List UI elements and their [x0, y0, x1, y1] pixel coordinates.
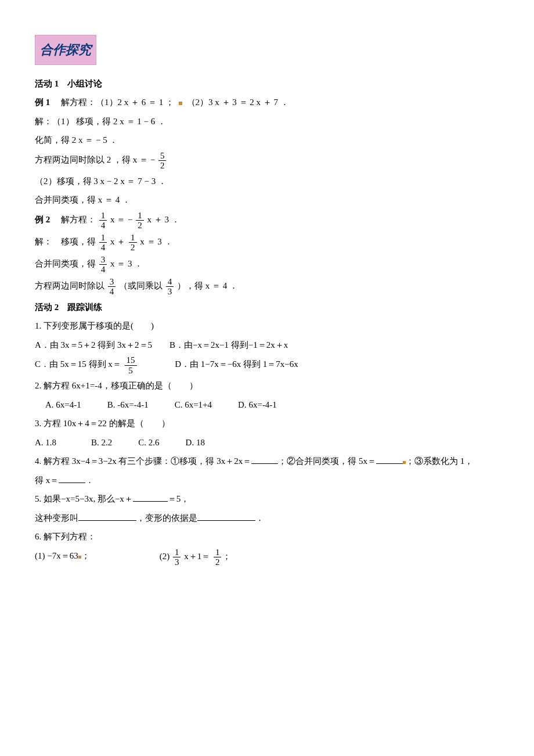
denominator: 2 [129, 243, 137, 253]
text: ），得 x ＝ 4 ． [177, 281, 238, 290]
fraction: 1 4 [99, 211, 107, 231]
fraction: 1 2 [214, 548, 222, 567]
solution-1-line-3: 方程两边同时除以 2 ，得 x ＝ − 5 2 [35, 151, 499, 171]
numerator: 1 [129, 233, 137, 243]
text: 解方程： [52, 215, 96, 224]
text: ；③系数化为 1， [406, 456, 473, 466]
fill-blank[interactable] [133, 492, 168, 502]
numerator: 3 [99, 255, 107, 265]
question-6-2: (2) 1 3 x＋1＝ 1 2 ； [160, 548, 232, 567]
fraction: 1 3 [173, 548, 181, 567]
solution-1-line-4: （2）移项，得 3 x − 2 x ＝ 7 − 3 ． [35, 173, 499, 190]
example-1-part2: （2）3 x ＋ 3 ＝ 2 x ＋ 7 ． [187, 98, 289, 107]
activity-2-title: 活动 2 跟踪训练 [35, 299, 499, 316]
example-1-text: 解方程：（1）2 x ＋ 6 ＝ 1 ； [52, 98, 174, 107]
fill-blank[interactable] [376, 455, 403, 464]
question-4-cont: 得 x＝． [35, 472, 499, 489]
section-badge: 合作探究 [35, 35, 96, 65]
fraction: 15 5 [125, 355, 137, 375]
denominator: 2 [158, 161, 167, 171]
denominator: 2 [214, 557, 222, 567]
text: ； [222, 552, 231, 561]
text: D．由 1−7x＝−6x 得到 1＝7x−6x [140, 360, 298, 369]
fraction: 5 2 [158, 151, 167, 171]
denominator: 4 [99, 221, 107, 231]
fraction: 1 2 [136, 211, 144, 231]
solution-2-line-2: 合并同类项，得 3 4 x ＝ 3 ． [35, 255, 499, 275]
denominator: 3 [173, 557, 181, 567]
question-2: 2. 解方程 6x+1=-4，移项正确的是（ ） [35, 377, 499, 394]
text: x＋1＝ [184, 552, 210, 561]
text: ． [255, 513, 264, 523]
question-2-options: A. 6x=4-1 B. -6x=-4-1 C. 6x=1+4 D. 6x=-4… [35, 397, 499, 413]
solution-1-line-1: 解：（1） 移项，得 2 x ＝ 1 − 6 ． [35, 113, 499, 130]
numerator: 5 [158, 151, 167, 161]
text: ；②合并同类项，得 5x＝ [278, 456, 376, 466]
solution-1-line-2: 化简，得 2 x ＝ − 5 ． [35, 132, 499, 149]
question-6-1: (1) −7x＝63； [35, 548, 90, 567]
question-1-options-cd: C．由 5x＝15 得到 x＝ 15 5 D．由 1−7x＝−6x 得到 1＝7… [35, 355, 499, 375]
numerator: 1 [136, 211, 144, 221]
text: 得 x＝ [35, 476, 59, 485]
text: 解： 移项，得 [35, 237, 96, 246]
fraction: 3 4 [99, 255, 107, 275]
fill-blank[interactable] [197, 512, 255, 521]
question-5: 5. 如果−x=5−3x, 那么−x＋＝5， [35, 491, 499, 507]
denominator: 4 [108, 287, 116, 297]
fraction: 1 4 [99, 233, 107, 253]
example-1-label: 例 1 [35, 98, 50, 107]
text: ． [85, 476, 94, 485]
fill-blank[interactable] [78, 512, 136, 521]
fill-blank[interactable] [59, 474, 85, 483]
text: （或同乘以 [119, 281, 163, 290]
text: ； [81, 551, 90, 560]
text: (2) [160, 552, 170, 561]
dot-icon [179, 102, 182, 105]
solution-2-line-3: 方程两边同时除以 3 4 （或同乘以 4 3 ），得 x ＝ 4 ． [35, 277, 499, 297]
question-6-subs: (1) −7x＝63； (2) 1 3 x＋1＝ 1 2 ； [35, 548, 499, 567]
solution-1-line-5: 合并同类项，得 x ＝ 4 ． [35, 192, 499, 208]
text: 方程两边同时除以 [35, 281, 104, 290]
text: 2. 解方程 6x+1=-4，移项正确的是（ ） [35, 381, 198, 390]
numerator: 3 [108, 277, 116, 287]
question-1-options-ab: A．由 3x＝5＋2 得到 3x＋2＝5 B．由−x＝2x−1 得到−1＝2x＋… [35, 337, 499, 354]
text: x ＝ 3 ． [140, 237, 172, 246]
text: x ＝ − [110, 215, 132, 224]
text: 这种变形叫 [35, 513, 78, 523]
text: 方程两边同时除以 2 ，得 x ＝ − [35, 155, 157, 164]
fraction: 3 4 [108, 277, 116, 297]
denominator: 4 [99, 243, 107, 253]
example-2-label: 例 2 [35, 215, 50, 224]
text: x ＋ [110, 237, 125, 246]
numerator: 15 [125, 355, 137, 366]
numerator: 1 [99, 211, 107, 221]
numerator: 1 [173, 548, 181, 558]
text: C．由 5x＝15 得到 x＝ [35, 360, 121, 369]
question-6: 6. 解下列方程： [35, 528, 499, 545]
denominator: 2 [136, 221, 144, 231]
numerator: 1 [99, 233, 107, 243]
activity-1-title: 活动 1 小组讨论 [35, 75, 499, 92]
question-3: 3. 方程 10x＋4＝22 的解是（ ） [35, 415, 499, 432]
example-1: 例 1 解方程：（1）2 x ＋ 6 ＝ 1 ； （2）3 x ＋ 3 ＝ 2 … [35, 94, 499, 111]
example-2: 例 2 解方程： 1 4 x ＝ − 1 2 x ＋ 3 ． [35, 211, 499, 231]
text: x ＋ 3 ． [147, 215, 179, 224]
question-5-cont: 这种变形叫，变形的依据是． [35, 510, 499, 527]
numerator: 1 [214, 548, 222, 558]
solution-2-line-1: 解： 移项，得 1 4 x ＋ 1 2 x ＝ 3 ． [35, 233, 499, 253]
text: (1) −7x＝63 [35, 551, 78, 560]
denominator: 3 [166, 287, 174, 297]
text: 合并同类项，得 [35, 259, 96, 268]
text: ＝5， [168, 494, 190, 503]
text: 5. 如果−x=5−3x, 那么−x＋ [35, 494, 133, 503]
text: 4. 解方程 3x−4＝3−2x 有三个步骤：①移项，得 3x＋2x＝ [35, 456, 251, 466]
text: ，变形的依据是 [136, 513, 197, 523]
numerator: 4 [166, 277, 174, 287]
question-4: 4. 解方程 3x−4＝3−2x 有三个步骤：①移项，得 3x＋2x＝；②合并同… [35, 453, 499, 470]
fill-blank[interactable] [251, 455, 278, 464]
denominator: 5 [125, 366, 137, 376]
question-1: 1. 下列变形属于移项的是( ) [35, 318, 499, 334]
fraction: 1 2 [129, 233, 137, 253]
fraction: 4 3 [166, 277, 174, 297]
denominator: 4 [99, 265, 107, 275]
